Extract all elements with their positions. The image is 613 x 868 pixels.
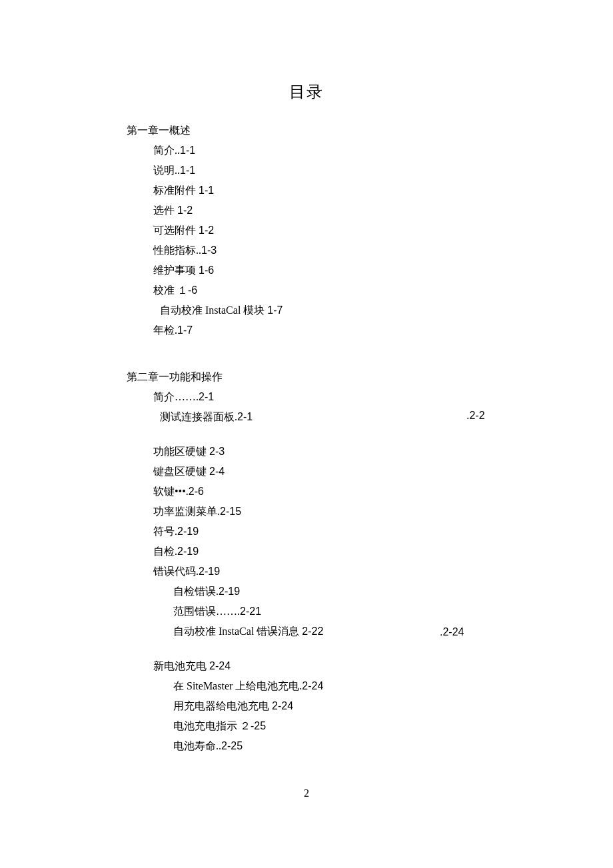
entry-label: 简介 [153,391,175,402]
entry-page: 2-19 [219,586,240,597]
entry-page: 2-19 [199,566,220,577]
entry-label: 符号 [153,526,175,537]
entry-page: 2-24 [272,700,293,711]
entry-label: 选件 [153,205,175,216]
toc-entry: 可选附件 1-2 [153,222,613,238]
toc-entry: 年检.1-7 [153,322,613,338]
entry-label: 性能指标 [153,244,196,256]
toc-entry: 选件 1-2 [153,203,613,218]
entry-page: 2-19 [177,546,199,557]
toc-entry: 功率监测菜单.2-15 [153,504,613,520]
entry-page: 1-1 [180,165,195,176]
toc-entry: 自检.2-19 [153,544,613,560]
entry-sep: ……. [175,391,199,402]
entry-label: 维护事项 [153,264,196,276]
entry-label: 简介 [153,145,175,156]
entry-label: 标准附件 [153,185,196,196]
entry-label: 范围错误 [173,606,216,617]
entry-page: 1-2 [199,224,214,236]
toc-entry: 电池充电指示 ２-25 [173,718,613,734]
entry-page: 2-4 [209,466,225,477]
toc-entry: 说明..1-1 [153,163,613,179]
entry-page: 2-19 [177,526,199,537]
toc-entry: 键盘区硬键 2-4 [153,464,613,480]
toc-entry: 符号.2-19 [153,524,613,540]
toc-entry: 简介…….2-1 [153,389,613,405]
entry-label: 软键 [153,486,175,497]
entry-page: 1-7 [267,304,283,316]
toc-entry: 自动校准 InstaCal 模块 1-7 [160,302,613,318]
chapter-2-header: 第二章一功能和操作 [127,369,613,385]
toc-entry: 用充电器给电池充电 2-24 [173,698,613,714]
document-page: 目录 第一章一概述 简介..1-1 说明..1-1 标准附件 1-1 选件 1-… [0,0,613,868]
toc-entry: 自检错误.2-19 [173,584,613,600]
entry-page: 2-6 [189,486,204,497]
entry-page: 2-24 [302,680,323,691]
entry-label: 用充电器给电池充电 [173,700,269,711]
toc-entry: 新电池充电 2-24 [153,658,613,674]
entry-page: 2-1 [237,411,253,422]
orphan-page-ref: .2-24 [440,624,464,640]
entry-page: 2-1 [199,391,214,402]
entry-sep: .. [175,145,180,156]
entry-label: 自检错误 [173,586,216,597]
entry-sep: .. [175,165,180,176]
entry-sep: ……. [216,606,240,617]
entry-label: 年检 [153,324,175,336]
entry-label: 可选附件 [153,224,196,236]
entry-label: 自动校准 InstaCal 错误消息 [173,626,299,637]
entry-page: 2-22 [302,626,323,637]
entry-label: 电池寿命 [173,740,216,751]
entry-sep: .. [196,244,201,256]
entry-page: ２-25 [240,720,266,731]
orphan-page-ref: .2-2 [466,408,485,424]
toc-entry: 简介..1-1 [153,143,613,159]
entry-page: 1-7 [177,324,193,336]
toc-entry: 性能指标..1-3 [153,242,613,258]
toc-entry: 自动校准 InstaCal 错误消息 2-22 [173,624,613,640]
toc-entry: 功能区硬键 2-3 [153,444,613,460]
entry-page: 2-3 [209,446,225,457]
chapter-1-header: 第一章一概述 [127,123,613,139]
entry-label: 功能区硬键 [153,446,207,457]
toc-entry: 校准 １-6 [153,282,613,298]
entry-page: 2-25 [221,740,243,751]
entry-sep: •••. [175,486,189,497]
toc-entry: 错误代码.2-19 [153,564,613,580]
entry-page: 1-3 [201,244,217,256]
entry-label: 错误代码 [153,566,196,577]
toc-entry: 电池寿命..2-25 [173,738,613,754]
entry-label: 在 SiteMaster 上给电池充电 [173,680,299,691]
toc-entry: 范围错误…….2-21 [173,604,613,620]
entry-label: 测试连接器面板 [160,411,235,422]
entry-page: 1-2 [177,205,193,216]
entry-page: 2-21 [240,606,261,617]
entry-page: 1-1 [180,145,195,156]
entry-label: 自动校准 InstaCal 模块 [160,304,265,316]
entry-label: 自检 [153,546,175,557]
toc-entry: 测试连接器面板.2-1 [160,409,613,425]
entry-label: 说明 [153,165,175,176]
toc-title: 目录 [0,80,613,104]
entry-page: 1-6 [199,264,214,276]
toc-entry: 维护事项 1-6 [153,262,613,278]
entry-label: 新电池充电 [153,660,207,671]
toc-entry: 软键•••.2-6 [153,484,613,500]
entry-page: 1-1 [199,185,214,196]
entry-page: 2-24 [209,660,231,671]
entry-label: 校准 [153,284,175,296]
toc-entry: 标准附件 1-1 [153,183,613,199]
entry-label: 键盘区硬键 [153,466,207,477]
toc-entry: 在 SiteMaster 上给电池充电.2-24 [173,678,613,694]
page-number: 2 [0,785,613,801]
entry-label: 功率监测菜单 [153,506,217,517]
entry-label: 电池充电指示 [173,720,237,731]
entry-sep: .. [216,740,221,751]
entry-page: １-6 [177,284,197,296]
entry-page: 2-15 [220,506,241,517]
